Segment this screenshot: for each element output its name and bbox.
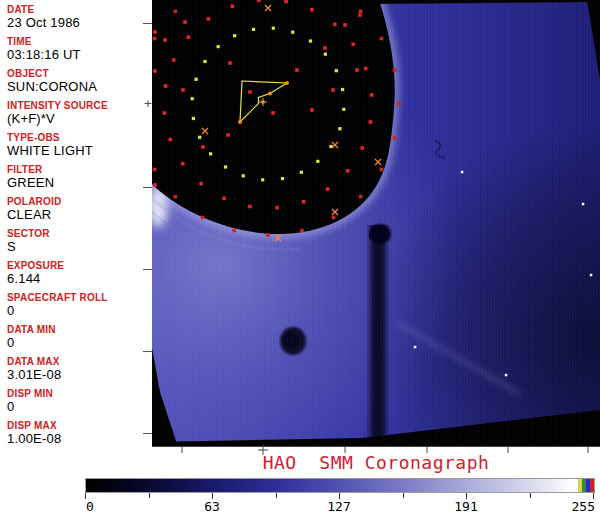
fiducial-dot	[331, 88, 335, 92]
field-value: 0	[7, 400, 152, 414]
star-point	[505, 374, 508, 377]
fiducial-dot	[153, 168, 157, 172]
star-point	[461, 171, 464, 174]
fiducial-dot	[266, 233, 270, 237]
fiducial-dot	[326, 187, 330, 191]
fiducial-dot	[153, 183, 157, 187]
fiducial-dot	[343, 23, 347, 27]
fiducial-dot	[359, 195, 363, 199]
image-title: HAO SMM Coronagraph	[152, 452, 600, 473]
fiducial-dot	[207, 17, 211, 21]
field-label: EXPOSURE	[7, 260, 152, 271]
metadata-field: SECTORS	[7, 228, 152, 254]
fiducial-dot	[233, 34, 236, 37]
field-value: 0	[7, 304, 152, 318]
fiducial-dot	[261, 178, 264, 181]
fiducial-dot	[222, 196, 226, 200]
field-value: 6.144	[7, 272, 152, 286]
fiducial-dot	[351, 43, 355, 47]
star-point	[414, 346, 417, 349]
fiducial-dot	[338, 127, 341, 130]
field-value: SUN:CORONA	[7, 80, 152, 94]
fiducial-dot	[393, 68, 397, 72]
metadata-field: FILTERGREEN	[7, 164, 152, 190]
metadata-field: DATA MAX3.01E-08	[7, 356, 152, 382]
fiducial-dot	[199, 182, 203, 186]
fiducial-dot	[335, 69, 338, 72]
fiducial-dot	[310, 108, 314, 112]
fiducial-dot	[380, 37, 384, 41]
fiducial-dot	[224, 165, 227, 168]
colorbar: 063127191255	[85, 478, 595, 512]
fiducial-dot	[359, 10, 363, 14]
fiducial-dot	[323, 46, 327, 50]
fiducial-dot	[191, 97, 194, 100]
fiducial-dot	[195, 78, 198, 81]
colorbar-tick-label: 0	[86, 499, 94, 512]
colorbar-tick	[276, 493, 277, 498]
metadata-field: EXPOSURE6.144	[7, 260, 152, 286]
coronagraph-canvas	[152, 0, 600, 460]
field-label: SECTOR	[7, 228, 152, 239]
fiducial-dot	[281, 177, 284, 180]
pylon-knob	[369, 224, 391, 244]
field-value: WHITE LIGHT	[7, 144, 152, 158]
fiducial-dot	[369, 120, 373, 124]
fiducial-dot	[346, 169, 350, 173]
fiducial-dot	[333, 23, 337, 27]
fiducial-dot	[192, 117, 195, 120]
fiducial-dot	[174, 10, 178, 14]
fiducial-dot	[341, 88, 344, 91]
star-point	[590, 274, 593, 277]
fiducial-dot	[153, 30, 157, 34]
metadata-field: DISP MIN0	[7, 388, 152, 414]
fiducial-dot	[153, 37, 157, 41]
field-value: 03:18:16 UT	[7, 48, 152, 62]
fiducial-dot	[300, 229, 304, 233]
field-label: INTENSITY SOURCE	[7, 100, 152, 111]
colorbar-tick-label: 63	[200, 499, 224, 512]
field-label: DATA MAX	[7, 356, 152, 367]
fiducial-dot	[300, 171, 303, 174]
colorbar-gradient	[85, 478, 595, 493]
fiducial-dot	[226, 133, 230, 137]
fiducial-dot	[201, 216, 205, 220]
fiducial-dot	[284, 0, 288, 3]
metadata-field: OBJECTSUN:CORONA	[7, 68, 152, 94]
fiducial-dot	[183, 20, 187, 24]
dark-blob	[280, 327, 306, 355]
fiducial-dot	[248, 205, 252, 209]
fiducial-dot	[217, 45, 220, 48]
field-label: DISP MAX	[7, 420, 152, 431]
fiducial-dot	[168, 138, 172, 142]
metadata-field: TYPE-OBSWHITE LIGHT	[7, 132, 152, 158]
colorbar-tick-label: 191	[454, 499, 478, 512]
fiducial-dot	[228, 61, 232, 65]
metadata-field: DATA MIN0	[7, 324, 152, 350]
field-label: POLAROID	[7, 196, 152, 207]
field-value: CLEAR	[7, 208, 152, 222]
fiducial-dot	[231, 4, 235, 8]
field-label: DATE	[7, 4, 152, 15]
fiducial-dot	[198, 136, 201, 139]
field-label: DATA MIN	[7, 324, 152, 335]
fiducial-dot	[393, 136, 397, 140]
metadata-field: DATE23 Oct 1986	[7, 4, 152, 30]
field-value: S	[7, 240, 152, 254]
fiducial-dot	[332, 216, 336, 220]
polygon-vertex-dot	[285, 81, 289, 85]
fiducial-dot	[355, 68, 359, 72]
occulter-pylon	[366, 224, 391, 447]
fiducial-dot	[309, 39, 312, 42]
coronagraph-image	[152, 0, 600, 460]
left-axis-tick	[143, 351, 152, 352]
fiducial-dot	[187, 35, 191, 39]
fiducial-dot	[370, 93, 374, 97]
fiducial-dot	[316, 160, 319, 163]
field-label: FILTER	[7, 164, 152, 175]
fiducial-dot	[174, 195, 178, 199]
fiducial-dot	[324, 53, 327, 56]
fiducial-dot	[203, 60, 206, 63]
metadata-field: SPACECRAFT ROLL0	[7, 292, 152, 318]
colorbar-tick-label: 127	[327, 499, 351, 512]
